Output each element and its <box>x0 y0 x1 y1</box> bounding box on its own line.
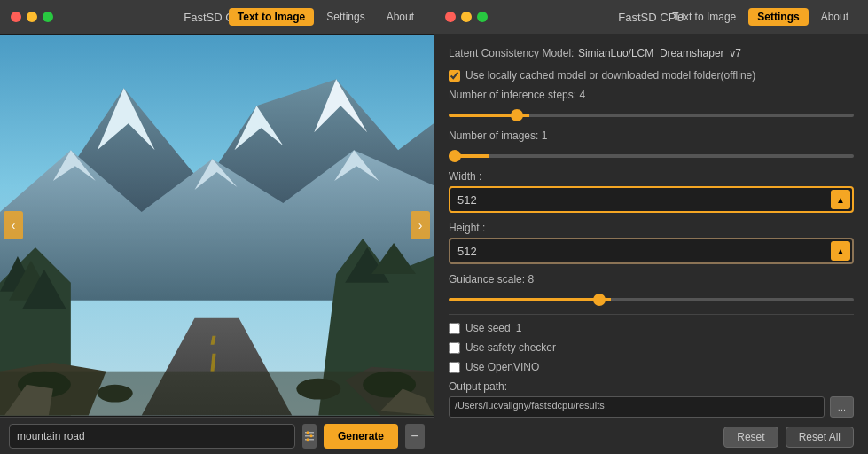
close-dot[interactable] <box>11 12 21 22</box>
use-openvino-row: Use OpenVINO <box>449 361 854 373</box>
tab-about-left[interactable]: About <box>378 8 423 26</box>
prompt-input[interactable] <box>9 424 295 449</box>
num-images-row: Number of images: 1 <box>449 129 854 161</box>
output-path-field-row: /Users/lucvaligny/fastsdcpu/results ... <box>449 396 854 418</box>
output-path-display: /Users/lucvaligny/fastsdcpu/results <box>449 396 825 418</box>
svg-point-31 <box>306 431 309 434</box>
tab-settings-right[interactable]: Settings <box>748 8 808 26</box>
tab-settings-left[interactable]: Settings <box>317 8 373 26</box>
left-nav-tabs: Text to Image Settings About <box>229 8 423 26</box>
width-spinbox-row: ▲ <box>449 186 854 213</box>
height-spin-button[interactable]: ▲ <box>831 241 850 261</box>
num-images-slider[interactable] <box>449 154 854 158</box>
use-safety-checker-label: Use safety checker <box>465 341 556 354</box>
tab-about-right[interactable]: About <box>812 8 857 26</box>
output-path-row: Output path: /Users/lucvaligny/fastsdcpu… <box>449 380 854 418</box>
svg-point-32 <box>309 434 312 437</box>
svg-point-33 <box>306 438 309 441</box>
inference-steps-slider[interactable] <box>449 114 854 117</box>
image-display: ‹ › <box>0 34 434 417</box>
settings-icon[interactable] <box>302 424 317 449</box>
right-maximize-dot[interactable] <box>477 12 488 22</box>
use-local-cache-checkbox[interactable] <box>449 70 460 82</box>
svg-point-23 <box>98 385 133 403</box>
inference-steps-label: Number of inference steps: 4 <box>449 89 854 101</box>
use-openvino-label: Use OpenVINO <box>465 361 539 373</box>
reset-button[interactable]: Reset <box>723 427 778 448</box>
use-seed-row: Use seed 1 <box>449 322 854 334</box>
reset-all-button[interactable]: Reset All <box>786 427 854 448</box>
use-safety-checker-row: Use safety checker <box>449 341 854 354</box>
maximize-dot[interactable] <box>43 12 53 22</box>
settings-panel: Latent Consistency Model: SimianLuo/LCM_… <box>434 34 868 454</box>
browse-button[interactable]: ... <box>830 396 854 418</box>
tab-text-to-image-right[interactable]: Text to Image <box>663 8 745 26</box>
height-input[interactable] <box>449 238 854 264</box>
lcm-model-row: Latent Consistency Model: SimianLuo/LCM_… <box>449 44 854 60</box>
inference-steps-slider-container <box>449 105 854 121</box>
right-nav-tabs: Text to Image Settings About <box>663 8 857 26</box>
width-input[interactable] <box>449 186 854 213</box>
width-spin-button[interactable]: ▲ <box>831 190 850 209</box>
tab-text-to-image-left[interactable]: Text to Image <box>229 8 314 26</box>
minus-button[interactable]: − <box>405 424 425 449</box>
width-row: Width : ▲ <box>449 170 854 213</box>
use-safety-checker-checkbox[interactable] <box>449 342 460 354</box>
right-window: FastSD CPU Text to Image Settings About … <box>434 0 868 454</box>
left-title-bar: FastSD CPU Text to Image Settings About <box>0 0 434 34</box>
height-spinbox-row: ▲ <box>449 238 854 264</box>
prev-image-button[interactable]: ‹ <box>4 211 23 239</box>
guidance-row: Guidance scale: 8 <box>449 273 854 305</box>
use-local-cache-label: Use locally cached model or downloaded m… <box>465 69 755 82</box>
use-seed-checkbox[interactable] <box>449 323 460 334</box>
inference-steps-row: Number of inference steps: 4 <box>449 89 854 121</box>
use-seed-label: Use seed <box>465 322 511 334</box>
divider-1 <box>449 314 854 315</box>
next-image-button[interactable]: › <box>411 211 430 239</box>
window-controls <box>11 12 53 22</box>
generate-button[interactable]: Generate <box>324 424 398 449</box>
reset-buttons-row: Reset Reset All <box>449 427 854 448</box>
lcm-model-value: SimianLuo/LCM_Dreamshaper_v7 <box>578 47 741 59</box>
right-minimize-dot[interactable] <box>461 12 472 22</box>
height-row: Height : ▲ <box>449 222 854 264</box>
minimize-dot[interactable] <box>27 12 37 22</box>
lcm-model-label: Latent Consistency Model: <box>449 47 574 59</box>
right-close-dot[interactable] <box>445 12 456 22</box>
num-images-label: Number of images: 1 <box>449 129 854 142</box>
use-local-cache-row: Use locally cached model or downloaded m… <box>449 69 854 82</box>
use-openvino-checkbox[interactable] <box>449 362 460 373</box>
right-title-bar: FastSD CPU Text to Image Settings About <box>434 0 868 34</box>
height-label: Height : <box>449 222 854 234</box>
right-window-controls <box>445 12 488 22</box>
guidance-slider[interactable] <box>449 298 854 301</box>
num-images-slider-container <box>449 145 854 161</box>
output-path-label: Output path: <box>449 380 854 393</box>
guidance-slider-container <box>449 289 854 305</box>
left-window: FastSD CPU Text to Image Settings About <box>0 0 434 454</box>
use-seed-value: 1 <box>516 322 522 334</box>
prompt-bar: Generate − <box>0 417 434 454</box>
guidance-label: Guidance scale: 8 <box>449 273 854 286</box>
svg-point-24 <box>296 379 340 400</box>
width-label: Width : <box>449 170 854 183</box>
